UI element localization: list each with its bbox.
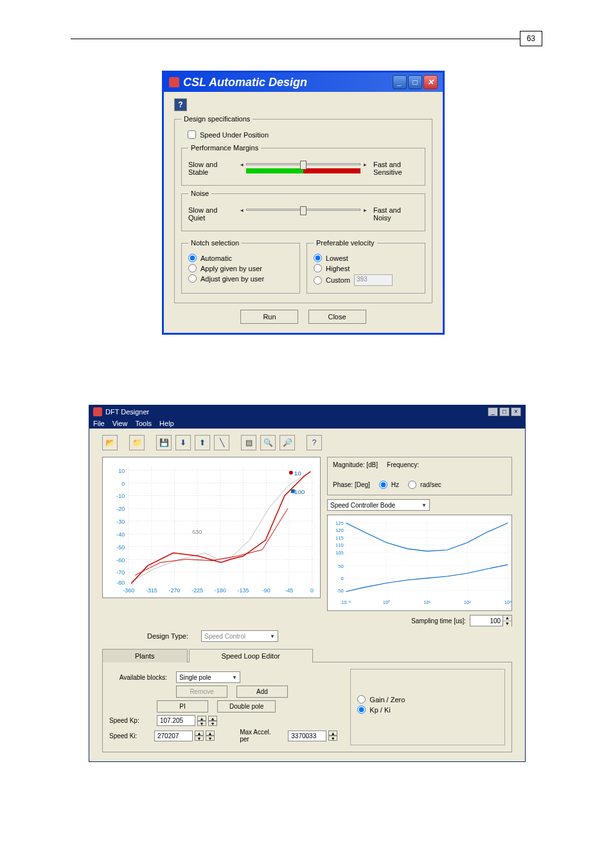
folder-icon[interactable]: 📁	[129, 435, 145, 450]
tab-speed-loop-editor[interactable]: Speed Loop Editor	[189, 649, 313, 662]
pi-block[interactable]: PI	[157, 700, 208, 713]
spin-up-icon[interactable]: ▲	[208, 716, 217, 721]
radsec-label: rad/sec	[420, 481, 441, 488]
pv-custom-value[interactable]: 393	[354, 274, 393, 286]
doc-icon[interactable]: ▤	[241, 435, 256, 450]
add-button[interactable]: Add	[236, 686, 288, 698]
tab-plants[interactable]: Plants	[102, 649, 188, 662]
speed-ki-input[interactable]	[154, 731, 193, 741]
svg-text:-80: -80	[116, 580, 125, 586]
spin-down-icon[interactable]: ▼	[208, 721, 217, 726]
max-accel-input[interactable]	[288, 731, 326, 741]
spin-up-icon[interactable]: ▲	[195, 731, 204, 736]
notch-apply-label: Apply given by user	[200, 265, 262, 272]
pv-custom-radio[interactable]	[314, 276, 322, 285]
svg-text:-70: -70	[116, 569, 125, 576]
spin-down-icon[interactable]: ▼	[328, 736, 337, 741]
svg-text:110: 110	[335, 542, 344, 548]
open-icon[interactable]: 📂	[102, 435, 118, 450]
help-icon[interactable]: ?	[306, 435, 322, 450]
menu-file[interactable]: File	[93, 420, 105, 427]
svg-text:-270: -270	[169, 587, 181, 594]
page-number: 63	[520, 31, 542, 46]
window-titlebar: CSL Automatic Design _ □ ✕	[164, 73, 443, 92]
notch-adjust-label: Adjust given by user	[200, 275, 264, 283]
noise-left-label: Slow and Quiet	[188, 206, 233, 222]
svg-text:10: 10	[294, 470, 302, 477]
kp-ki-label: Kp / Ki	[369, 706, 390, 714]
preferable-velocity-group: Preferable velocity Lowest Highest Custo…	[306, 239, 425, 294]
minimize-button[interactable]: _	[393, 75, 407, 89]
maximize-button[interactable]: □	[499, 407, 510, 416]
svg-text:-135: -135	[238, 587, 249, 594]
menu-tools[interactable]: Tools	[135, 420, 152, 427]
kp-ki-radio[interactable]	[357, 705, 366, 714]
svg-text:50: 50	[338, 563, 343, 569]
run-button[interactable]: Run	[240, 310, 298, 324]
svg-rect-41	[291, 490, 295, 493]
radsec-radio[interactable]	[408, 481, 416, 489]
design-type-value: Speed Control	[204, 633, 245, 640]
performance-slider[interactable]: ◂ ▸	[238, 159, 368, 177]
sampling-time-spinner[interactable]: ▲▼	[470, 615, 512, 626]
remove-button[interactable]: Remove	[176, 686, 227, 698]
app-icon	[169, 77, 179, 87]
pv-lowest-radio[interactable]	[314, 254, 322, 262]
upload-icon[interactable]: ⬆	[195, 435, 210, 450]
menu-view[interactable]: View	[112, 420, 128, 427]
speed-under-position-checkbox[interactable]	[188, 130, 196, 139]
spin-up-icon[interactable]: ▲	[197, 716, 206, 721]
available-blocks-dropdown[interactable]: Single pole ▼	[176, 671, 240, 683]
design-type-dropdown[interactable]: Speed Control ▼	[201, 630, 278, 642]
spin-up-icon[interactable]: ▲	[328, 731, 337, 736]
download-icon[interactable]: ⬇	[175, 435, 191, 450]
zoom-in-icon[interactable]: 🔍	[260, 435, 276, 450]
spin-down-icon[interactable]: ▼	[503, 621, 511, 626]
bode-chart: 125120115 110105 500-50 10⁻¹10⁰ 10¹10²10…	[327, 515, 512, 611]
close-button[interactable]: ×	[511, 407, 521, 416]
spin-down-icon[interactable]: ▼	[206, 736, 215, 741]
help-icon[interactable]: ?	[174, 98, 187, 111]
speed-kp-label: Speed Kp:	[109, 717, 148, 724]
spin-up-icon[interactable]: ▲	[206, 731, 215, 736]
noise-slider[interactable]: ◂ ▸	[238, 205, 368, 223]
sampling-time-input[interactable]	[470, 617, 502, 625]
spin-down-icon[interactable]: ▼	[197, 721, 206, 726]
plot-dropdown-label: Speed Controller Bode	[330, 502, 395, 509]
slider-increment-icon[interactable]: ▸	[362, 161, 368, 168]
maximize-button[interactable]: □	[408, 75, 422, 89]
svg-text:-20: -20	[116, 506, 125, 512]
menubar: File View Tools Help	[89, 418, 525, 429]
slider-increment-icon[interactable]: ▸	[362, 207, 368, 213]
window-titlebar: DFT Designer _ □ ×	[89, 405, 525, 418]
pv-custom-label: Custom	[326, 276, 350, 284]
design-specifications-legend: Design specifications	[181, 115, 253, 123]
wand-icon[interactable]: ╲	[214, 435, 229, 450]
spin-down-icon[interactable]: ▼	[195, 736, 204, 741]
notch-adjust-radio[interactable]	[188, 274, 197, 283]
notch-selection-group: Notch selection Automatic Apply given by…	[181, 239, 300, 294]
notch-apply-radio[interactable]	[188, 264, 197, 272]
pv-highest-radio[interactable]	[314, 264, 322, 272]
save-icon[interactable]: 💾	[156, 435, 172, 450]
window-title: CSL Automatic Design	[183, 76, 307, 89]
plot-dropdown[interactable]: Speed Controller Bode ▼	[327, 499, 430, 511]
pv-highest-label: Highest	[326, 265, 350, 272]
close-dialog-button[interactable]: Close	[308, 310, 366, 324]
zoom-out-icon[interactable]: 🔎	[280, 435, 295, 450]
slider-decrement-icon[interactable]: ◂	[238, 207, 245, 213]
slider-decrement-icon[interactable]: ◂	[238, 161, 245, 168]
svg-text:-60: -60	[116, 557, 125, 563]
speed-kp-input[interactable]	[157, 715, 195, 726]
minimize-button[interactable]: _	[488, 407, 498, 416]
toolbar: 📂 📁 💾 ⬇ ⬆ ╲ ▤ 🔍 🔎 ?	[89, 429, 525, 457]
menu-help[interactable]: Help	[159, 420, 174, 427]
svg-text:-90: -90	[262, 587, 271, 594]
gain-zero-label: Gain / Zero	[369, 696, 405, 704]
double-pole-block[interactable]: Double pole	[217, 700, 276, 713]
hz-radio[interactable]	[379, 481, 387, 489]
spin-up-icon[interactable]: ▲	[503, 616, 511, 621]
notch-automatic-radio[interactable]	[188, 254, 197, 262]
gain-zero-radio[interactable]	[357, 695, 366, 704]
close-button[interactable]: ✕	[423, 75, 438, 89]
